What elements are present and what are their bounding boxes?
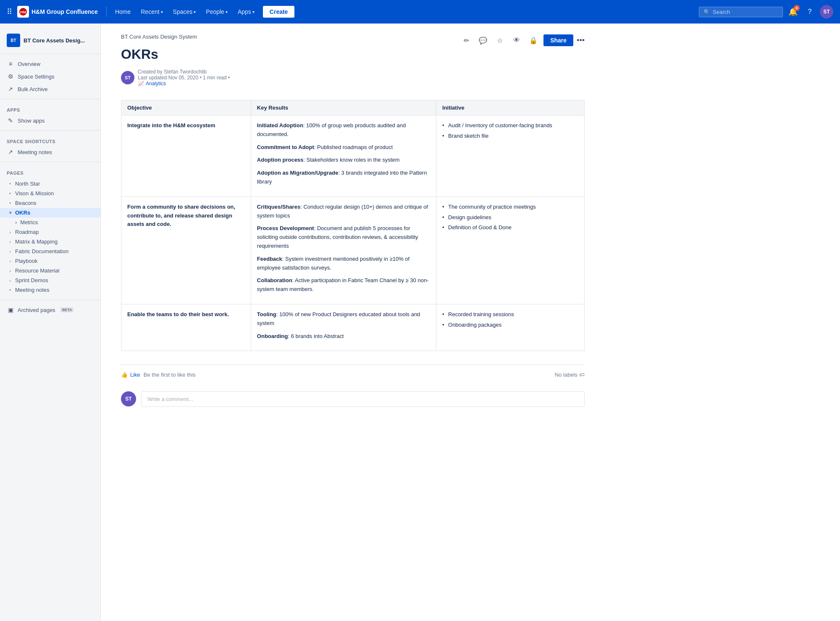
kr-bold: Adoption as Migration/Upgrade [257,170,339,176]
sidebar-divider-2 [0,99,100,99]
create-button[interactable]: Create [263,6,295,18]
overview-label: Overview [18,61,40,67]
inline-comment-button[interactable]: 💬 [476,34,490,47]
nav-people[interactable]: People ▾ [202,7,231,17]
notification-badge: 6 [794,5,800,11]
sidebar-item-meeting-notes-shortcut[interactable]: ↗ Meeting notes [0,146,100,158]
sidebar-item-space-settings[interactable]: ⚙ Space Settings [0,70,100,83]
beta-badge: BETA [60,307,74,312]
page-actions: ✏ 💬 ☆ 👁 🔒 Share ••• [459,34,585,47]
list-item: Onboarding packages [442,321,578,330]
page-item-metrics[interactable]: › Metrics [0,217,100,227]
watch-button[interactable]: 👁 [510,34,523,47]
page-label-metrics: Metrics [20,219,38,225]
share-button[interactable]: Share [543,34,573,46]
sidebar-item-overview[interactable]: ≡ Overview [0,58,100,70]
sidebar-divider-1 [0,54,100,54]
page-item-vision-mission[interactable]: • Vison & Mission [0,189,100,198]
space-item[interactable]: BT BT Core Assets Desig... [0,30,100,50]
kr-bold: Adoption process [257,157,304,163]
page-item-okrs[interactable]: ▾ OKRs [0,208,100,217]
analytics-link[interactable]: 📈 Analytics [138,81,230,86]
notifications-button[interactable]: 🔔 6 [786,5,800,18]
list-item: Recorded training sessions [442,310,578,319]
page-label-playbook: Playbook [15,258,37,264]
star-button[interactable]: ☆ [493,34,507,47]
edit-button[interactable]: ✏ [459,34,473,47]
comment-input[interactable]: Write a comment... [141,391,585,407]
page-item-matrix-mapping[interactable]: › Matrix & Mapping [0,237,100,246]
site-logo[interactable]: HM H&M Group Confluence [17,6,98,18]
nav-spaces[interactable]: Spaces ▾ [170,7,200,17]
col-initiative: Initiative [436,100,585,115]
page-item-north-star[interactable]: • North Star [0,179,100,189]
main-layout: BT BT Core Assets Desig... ≡ Overview ⚙ … [0,24,840,621]
content-wrapper: BT Core Assets Design System ✏ 💬 ☆ 👁 🔒 S… [121,34,585,414]
no-labels: No labels 🏷 [555,372,585,378]
page-item-meeting-notes[interactable]: • Meeting notes [0,285,100,295]
page-item-roadmap[interactable]: › Roadmap [0,227,100,237]
cell-objective-2: Enable the teams to do their best work. [121,304,251,351]
list-item: Brand sketch file [442,132,578,141]
kr-bold: Tooling [257,311,276,317]
list-item: Audit / Inventory of customer-facing bra… [442,121,578,130]
commenter-avatar: ST [121,391,136,406]
overview-icon: ≡ [7,60,14,68]
page-item-playbook[interactable]: › Playbook [0,256,100,266]
page-item-resource-material[interactable]: › Resource Material [0,266,100,275]
nav-home[interactable]: Home [112,7,134,17]
sidebar-divider-5 [0,300,100,300]
user-avatar[interactable]: ST [820,5,833,18]
apps-section-label: APPS [0,102,100,114]
sidebar-item-archived-pages[interactable]: ▣ Archived pages BETA [0,304,100,316]
search-input[interactable] [713,9,778,15]
sidebar-item-show-apps[interactable]: ✎ Show apps [0,114,100,127]
meeting-notes-shortcut-label: Meeting notes [18,149,52,155]
table-row: Enable the teams to do their best work.T… [121,304,585,351]
space-avatar: BT [7,34,20,47]
page-item-sprint-demos[interactable]: › Sprint Demos [0,275,100,285]
archive-icon: ▣ [7,306,14,314]
like-button[interactable]: 👍 Like [121,372,140,378]
kr-bold: Feedback [257,256,282,262]
page-label-vision-mission: Vison & Mission [15,190,54,197]
kr-bold: Critiques/Shares [257,204,300,210]
search-bar[interactable]: 🔍 [699,7,783,17]
svg-text:HM: HM [20,10,26,14]
shortcuts-section-label: SPACE SHORTCUTS [0,134,100,146]
table-body: Integrate into the H&M ecosystemInitiate… [121,115,585,351]
like-description: Be the first to like this [144,372,196,378]
page-label-beacons: Beacons [15,200,37,206]
page-label-roadmap: Roadmap [15,229,39,235]
space-name: BT Core Assets Desig... [24,37,85,44]
kr-bold: Process Development [257,225,314,231]
settings-icon: ⚙ [7,73,14,80]
search-icon: 🔍 [704,9,710,15]
thumbs-up-icon: 👍 [121,372,128,378]
grid-icon[interactable]: ⠿ [7,7,12,16]
table-row: Form a community to share decisions on, … [121,197,585,304]
okr-table: Objective Key Results Initiative Integra… [121,100,585,351]
table-header: Objective Key Results Initiative [121,100,585,115]
help-button[interactable]: ? [803,5,816,18]
cell-initiative-0: Audit / Inventory of customer-facing bra… [436,115,585,197]
nav-apps[interactable]: Apps ▾ [234,7,258,17]
like-section: 👍 Like Be the first to like this [121,372,195,378]
table-row: Integrate into the H&M ecosystemInitiate… [121,115,585,197]
nav-recent[interactable]: Recent ▾ [137,7,166,17]
logo-icon: HM [17,6,29,18]
kr-bold: Onboarding [257,333,288,339]
space-settings-label: Space Settings [18,73,54,80]
page-label-sprint-demos: Sprint Demos [15,277,48,283]
pages-list: • North Star • Vison & Mission • Beacons… [0,177,100,296]
more-actions-button[interactable]: ••• [577,36,585,45]
restrict-button[interactable]: 🔒 [527,34,540,47]
page-item-beacons[interactable]: • Beacons [0,198,100,208]
list-item: Definition of Good & Done [442,223,578,232]
cell-initiative-2: Recorded training sessionsOnboarding pac… [436,304,585,351]
meta-info: Created by Stefan Twordochlib Last updat… [138,69,230,86]
col-objective: Objective [121,100,251,115]
top-navigation: ⠿ HM H&M Group Confluence Home Recent ▾ … [0,0,840,24]
page-item-fabric-doc[interactable]: › Fabric Documentation [0,246,100,256]
sidebar-item-bulk-archive[interactable]: ↗ Bulk Archive [0,83,100,95]
